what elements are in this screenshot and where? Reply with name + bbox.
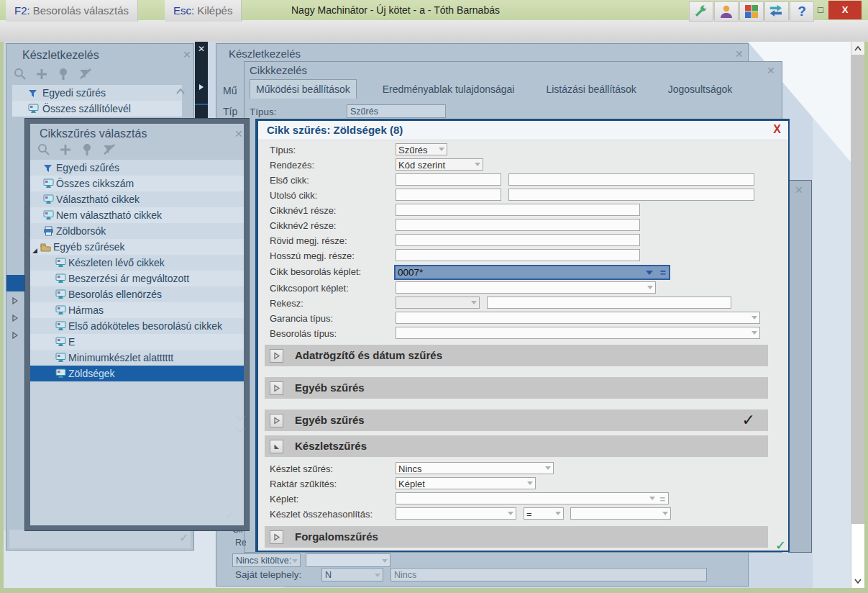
compare-op-dropdown[interactable]: = (524, 507, 564, 520)
tree-item[interactable]: Minimumkészlet alatttttt (30, 350, 244, 366)
tree-item[interactable]: E (30, 334, 244, 350)
article-type-field[interactable]: Szűrés (347, 104, 446, 118)
tab-listazasi-beallitasok[interactable]: Listázási beállítások (540, 80, 641, 99)
formula-equals-icon[interactable]: = (660, 267, 666, 279)
tree-item[interactable]: Készleten lévő cikkek (30, 255, 244, 271)
list-item[interactable]: Egyedi szűrés (12, 85, 182, 101)
list-item[interactable]: Összes szállítólevél (12, 101, 182, 117)
scrollbar-up-button[interactable] (851, 42, 864, 55)
dialog-confirm-check-icon[interactable]: ✓ (775, 538, 786, 553)
expand-icon[interactable] (270, 414, 283, 427)
tree-item-selected[interactable]: Zöldségek (30, 366, 244, 381)
wrench-icon[interactable] (689, 1, 713, 22)
first-article-name-input[interactable] (508, 173, 754, 186)
user-icon[interactable] (714, 1, 739, 22)
tree-expand-icon[interactable] (12, 332, 18, 339)
collapse-icon[interactable] (270, 440, 283, 453)
dialog-close-icon[interactable]: X (773, 123, 781, 136)
scroll-down-icon[interactable] (236, 427, 245, 433)
tree-item[interactable]: Beszerzési ár megváltozott (30, 271, 244, 286)
expand-icon[interactable] (270, 530, 283, 544)
stock-filter-dropdown[interactable]: Nincs (396, 462, 554, 474)
help-icon[interactable]: ? (790, 1, 814, 22)
plus-icon[interactable] (59, 143, 72, 159)
tree-item[interactable]: Egyéb szűrések (30, 239, 244, 255)
order-dropdown[interactable]: Kód szerint (396, 158, 483, 171)
tab-eredmenyablak-tulajdonsagai[interactable]: Eredményablak tulajdonságai (377, 80, 521, 99)
tree-icon[interactable] (57, 68, 70, 83)
section-egyeb-szures[interactable]: Egyéb szűrés ✓ (265, 409, 768, 431)
tree-item[interactable]: Nem választható cikkek (30, 207, 244, 223)
compare-left-dropdown[interactable] (396, 507, 516, 520)
tree-item[interactable]: Hármas (30, 302, 244, 318)
grid-icon[interactable] (739, 1, 764, 22)
crate-input[interactable] (487, 296, 731, 309)
tree-item[interactable]: Első adóköteles besorolású cikkek (30, 318, 244, 334)
scroll-up-icon[interactable] (176, 89, 185, 94)
type-dropdown[interactable]: Szűrés (396, 143, 447, 155)
last-article-name-input[interactable] (508, 189, 754, 201)
section-keszletszures[interactable]: Készletszűrés (265, 435, 768, 457)
tree-item[interactable]: Egyedi szűrés (30, 160, 244, 176)
clipped-text-fragment-re: Re (235, 538, 246, 548)
tree-expand-icon[interactable] (12, 297, 18, 304)
name1-input[interactable] (396, 204, 640, 216)
scroll-down-icon[interactable] (236, 415, 245, 421)
magnifier-icon[interactable] (14, 68, 27, 83)
window-frame-right (864, 42, 868, 593)
tree-item[interactable]: Zöldborsók (30, 223, 244, 239)
plus-icon[interactable] (35, 68, 48, 83)
warranty-dropdown[interactable] (396, 312, 760, 324)
no-filter-icon[interactable] (78, 68, 93, 83)
magnifier-icon[interactable] (37, 143, 50, 159)
strip-close-icon[interactable]: ✕ (198, 44, 205, 54)
tree-expand-icon[interactable] (12, 314, 18, 322)
scroll-down-icon (854, 579, 862, 584)
short-note-input[interactable] (396, 234, 640, 246)
filter-empty-dropdown[interactable]: Nincs kitöltve: (232, 553, 301, 567)
class-formula-input[interactable]: 0007* = (394, 265, 670, 280)
partial-window-close-icon[interactable]: ✕ (795, 185, 803, 195)
tree-item[interactable]: Választható cikkek (30, 191, 244, 207)
formula-equals-icon[interactable]: = (659, 494, 665, 504)
tree-item[interactable]: Összes cikkszám (30, 176, 244, 191)
sync-icon[interactable] (764, 1, 789, 22)
esc-kilepes-button[interactable]: Esc:Kilépés (165, 0, 242, 22)
expand-icon[interactable] (270, 381, 283, 395)
class-type-dropdown[interactable] (396, 327, 760, 339)
tab-jogosultsagok[interactable]: Jogosultságok (662, 80, 739, 99)
site-name-field[interactable]: Nincs (390, 568, 707, 581)
long-note-input[interactable] (396, 249, 640, 261)
sliver-selected-row[interactable] (6, 275, 24, 291)
f2-besorolas-button[interactable]: F2:Besorolás választás (6, 0, 138, 22)
section-adatrogzito[interactable]: Adatrögzítő és dátum szűrés (265, 345, 768, 366)
warehouse-dropdown[interactable]: Képlet (396, 477, 536, 489)
filter-empty-value-dropdown[interactable] (306, 553, 390, 567)
stock-window-close-icon[interactable]: ✕ (183, 50, 191, 60)
site-dropdown[interactable]: N (321, 568, 383, 581)
warranty-label: Garancia típus: (270, 313, 333, 324)
last-article-code-input[interactable] (396, 189, 501, 201)
vertical-scrollbar[interactable] (851, 42, 864, 588)
tree-item[interactable]: Besorolás ellenörzés (30, 286, 244, 302)
tab-mukodesi-beallitasok[interactable]: Működési beállítások (250, 79, 357, 99)
section-idegen-cikkszam[interactable]: Egyéb szűrés (265, 377, 768, 399)
name2-input[interactable] (396, 219, 640, 231)
scrollbar-down-button[interactable] (851, 575, 864, 587)
compare-right-dropdown[interactable] (570, 507, 671, 520)
strip-expand-icon[interactable] (198, 83, 204, 91)
section-forgalomszures[interactable]: Forgalomszűrés (265, 526, 768, 548)
close-button[interactable]: X (828, 1, 862, 19)
article-window-close-icon[interactable]: ✕ (767, 65, 775, 76)
no-filter-icon[interactable] (102, 143, 117, 159)
first-article-code-input[interactable] (396, 173, 501, 186)
filter-select-close-icon[interactable]: ✕ (234, 129, 243, 139)
tree-icon[interactable] (81, 143, 93, 159)
crate-dropdown[interactable] (396, 296, 480, 309)
stock-window-back-close-icon[interactable]: ✕ (735, 49, 744, 59)
formula-input[interactable]: = (396, 492, 669, 504)
expand-icon[interactable] (270, 349, 283, 363)
chevron-down-icon (751, 331, 757, 335)
group-formula-dropdown[interactable] (396, 281, 656, 294)
scrollbar-thumb[interactable] (851, 55, 864, 524)
